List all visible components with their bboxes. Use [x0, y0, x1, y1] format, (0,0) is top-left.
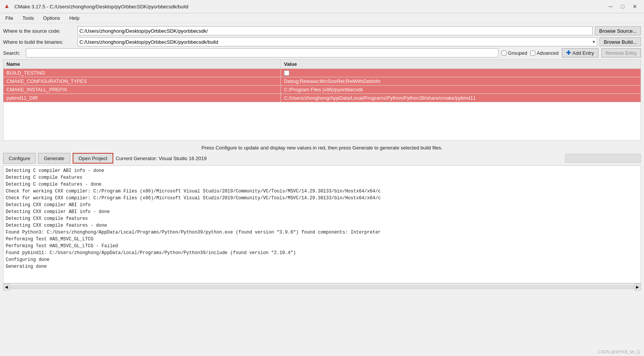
- close-button[interactable]: ✕: [630, 2, 640, 11]
- add-entry-plus-icon: ✚: [566, 49, 571, 56]
- main-content: Where is the source code: Browse Source.…: [0, 23, 644, 290]
- source-row: Where is the source code: Browse Source.…: [3, 26, 641, 35]
- table-header: Name Value: [3, 60, 641, 69]
- cell-value-2: C:/Program Files (x86)/pyorbbecsdk: [281, 86, 641, 94]
- title-bar-controls: ─ □ ✕: [605, 2, 640, 11]
- remove-entry-label: Remove Entry: [606, 50, 637, 56]
- scroll-track[interactable]: [10, 285, 634, 289]
- header-value: Value: [281, 60, 641, 68]
- log-line: Check for working CXX compiler: C:/Progr…: [6, 188, 638, 195]
- search-label: Search:: [3, 50, 23, 56]
- empty-table-space: [3, 102, 641, 140]
- advanced-checkbox[interactable]: [530, 51, 535, 56]
- log-line: Detecting CXX compiler ABI info - done: [6, 208, 638, 215]
- log-line: Detecting C compile features: [6, 174, 638, 181]
- source-label: Where is the source code:: [3, 28, 75, 34]
- maximize-button[interactable]: □: [617, 2, 628, 11]
- cell-value-3: C:/Users/zhonghong/AppData/Local/Program…: [281, 94, 641, 102]
- log-line: Detecting CXX compiler ABI info: [6, 202, 638, 208]
- grouped-checkbox-group: Grouped: [501, 50, 527, 56]
- cell-checkbox-0[interactable]: [284, 70, 289, 76]
- info-text: Press Configure to update and display ne…: [3, 143, 641, 153]
- action-row: Configure Generate Open Project Current …: [3, 153, 641, 164]
- cell-value-1: Debug;Release;MinSizeRel;RelWithDebInfo: [281, 77, 641, 85]
- source-input[interactable]: [78, 26, 593, 35]
- scroll-left-arrow[interactable]: ◀: [3, 284, 10, 291]
- open-project-button[interactable]: Open Project: [73, 153, 114, 164]
- cell-name-3: pybind11_DIR: [3, 94, 281, 102]
- cell-name-0: BUILD_TESTING: [3, 69, 281, 77]
- table-row[interactable]: BUILD_TESTING: [3, 69, 641, 77]
- cell-name-2: CMAKE_INSTALL_PREFIX: [3, 86, 281, 94]
- log-line: Found pybind11: C:/Users/zhonghong/AppDa…: [6, 250, 638, 256]
- scroll-right-arrow[interactable]: ▶: [634, 284, 641, 291]
- log-line: Detecting C compiler ABI info - done: [6, 167, 638, 174]
- log-line: Found Python3: C:/Users/zhonghong/AppDat…: [6, 229, 638, 236]
- watermark: CSDN @WYKB_Mr_Q: [598, 350, 640, 354]
- build-dropdown-wrapper: ▼: [78, 37, 597, 46]
- minimize-button[interactable]: ─: [605, 2, 616, 11]
- advanced-checkbox-group: Advanced: [530, 50, 559, 56]
- build-label: Where to build the binaries:: [3, 39, 75, 45]
- grouped-label: Grouped: [508, 50, 527, 56]
- log-wrapper: Detecting C compiler ABI info - doneDete…: [3, 165, 641, 283]
- app-icon: ▲: [4, 3, 11, 10]
- menu-tools[interactable]: Tools: [19, 14, 38, 22]
- build-row: Where to build the binaries: ▼ Browse Bu…: [3, 37, 641, 46]
- log-output[interactable]: Detecting C compiler ABI info - doneDete…: [3, 165, 641, 283]
- generate-button[interactable]: Generate: [38, 153, 70, 164]
- log-line: Detecting CXX compile features: [6, 215, 638, 222]
- menu-bar: File Tools Options Help: [0, 13, 644, 23]
- current-generator-label: Current Generator: Visual Studio 16 2019: [116, 156, 563, 161]
- bottom-scroll-bar[interactable]: ◀ ▶: [3, 283, 641, 290]
- log-line: Performing Test HAS_MSVC_GL_LTCG - Faile…: [6, 243, 638, 250]
- menu-help[interactable]: Help: [65, 14, 83, 22]
- configure-button[interactable]: Configure: [3, 153, 36, 164]
- browse-source-button[interactable]: Browse Source...: [595, 26, 641, 35]
- add-entry-button[interactable]: ✚ Add Entry: [562, 48, 598, 57]
- cmake-table: Name Value BUILD_TESTING CMAKE_CONFIGURA…: [3, 59, 641, 141]
- log-line: Detecting CXX compile features - done: [6, 222, 638, 229]
- search-row: Search: Grouped Advanced ✚ Add Entry Rem…: [3, 48, 641, 57]
- grouped-checkbox[interactable]: [501, 51, 506, 56]
- build-input[interactable]: [78, 37, 597, 46]
- table-row[interactable]: CMAKE_INSTALL_PREFIX C:/Program Files (x…: [3, 86, 641, 94]
- search-input[interactable]: [26, 48, 498, 57]
- menu-file[interactable]: File: [2, 14, 17, 22]
- log-line: Performing Test HAS_MSVC_GL_LTCG: [6, 236, 638, 243]
- log-line: Check for working CXX compiler: C:/Progr…: [6, 195, 638, 202]
- title-bar-title: CMake 3.17.5 - C:/Users/zhonghong/Deskto…: [14, 4, 188, 10]
- add-entry-label: Add Entry: [573, 50, 594, 56]
- advanced-label: Advanced: [537, 50, 559, 56]
- log-line: Detecting C compile features - done: [6, 181, 638, 188]
- table-row[interactable]: pybind11_DIR C:/Users/zhonghong/AppData/…: [3, 94, 641, 102]
- progress-bar: [565, 154, 641, 163]
- table-row[interactable]: CMAKE_CONFIGURATION_TYPES Debug;Release;…: [3, 77, 641, 86]
- browse-build-button[interactable]: Browse Build...: [600, 37, 641, 46]
- header-name: Name: [3, 60, 281, 68]
- log-line: Generating done: [6, 263, 638, 270]
- remove-entry-button[interactable]: Remove Entry: [601, 48, 641, 57]
- cell-name-1: CMAKE_CONFIGURATION_TYPES: [3, 77, 281, 85]
- cell-value-0: [281, 69, 641, 77]
- log-line: Configuring done: [6, 256, 638, 263]
- menu-options[interactable]: Options: [39, 14, 64, 22]
- title-bar: ▲ CMake 3.17.5 - C:/Users/zhonghong/Desk…: [0, 0, 644, 13]
